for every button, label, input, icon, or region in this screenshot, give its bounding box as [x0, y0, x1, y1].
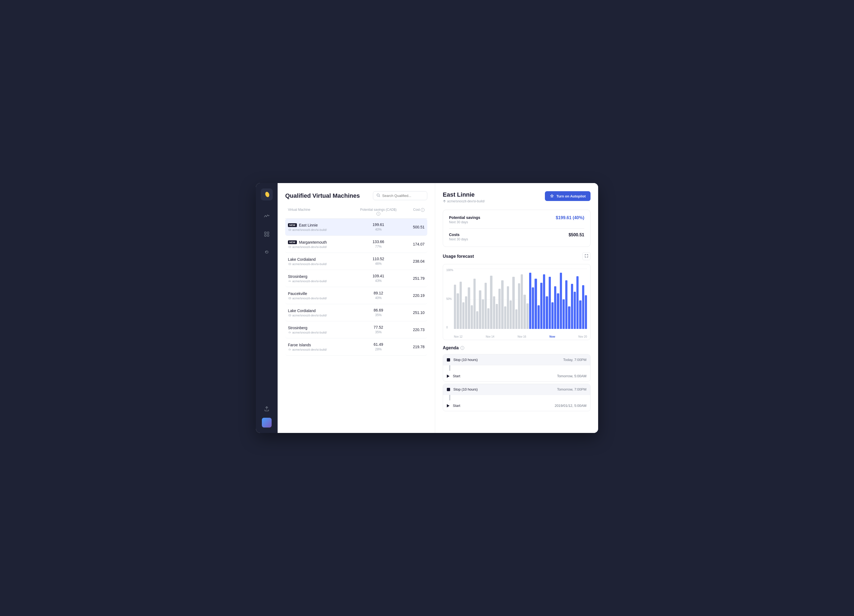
- stop-icon: [447, 388, 450, 391]
- agenda-group: Stop (10 hours) Today, 7:00PM Start Tomo…: [443, 354, 590, 381]
- table-row[interactable]: NEW East Linnie acme/snoozit-dev/si-buil…: [285, 219, 427, 236]
- chart-bar: [529, 273, 531, 329]
- chart-bar: [563, 299, 565, 329]
- infinity-nav-icon[interactable]: [262, 247, 271, 257]
- user-avatar[interactable]: [262, 418, 271, 427]
- x-label-nov20: Nov 20: [578, 335, 587, 338]
- chart-bar: [526, 303, 529, 329]
- chart-bar: [515, 310, 517, 329]
- chart-bar: [538, 305, 540, 329]
- vm-name: East Linnie: [299, 223, 318, 227]
- autopilot-button[interactable]: Turn on Autopilot: [545, 191, 590, 201]
- search-icon: [377, 194, 380, 198]
- agenda-title: Agenda: [443, 346, 459, 351]
- vm-name-cell: Lake Cordialand acme/snoozit-dev/si-buil…: [288, 308, 359, 317]
- expand-chart-button[interactable]: [583, 252, 590, 260]
- table-row[interactable]: Strosinberg acme/snoozit-dev/si-build/ 7…: [285, 321, 427, 338]
- chart-bar: [546, 296, 548, 329]
- agenda-time: Tomorrow, 5:00AM: [557, 374, 586, 378]
- filter-nav-icon[interactable]: [262, 229, 271, 239]
- path-icon: [443, 200, 446, 203]
- new-badge: NEW: [288, 240, 297, 244]
- vm-savings: 61.49 28%: [359, 342, 397, 351]
- vm-name-cell: Strosinberg acme/snoozit-dev/si-build/: [288, 274, 359, 283]
- page-title: Qualified Virtual Machines: [285, 192, 360, 199]
- agenda-action: Start: [453, 404, 551, 408]
- right-panel: East Linnie acme/snoozit-dev/si-build/ T…: [435, 183, 598, 433]
- col-vm: Virtual Machine: [288, 208, 359, 216]
- detail-path-text: acme/snoozit-dev/si-build/: [447, 199, 485, 203]
- vm-name: Strosinberg: [288, 274, 308, 279]
- chart-bar: [465, 296, 467, 329]
- vm-name-cell: NEW East Linnie acme/snoozit-dev/si-buil…: [288, 223, 359, 232]
- agenda-time: Tomorrow, 7:00PM: [557, 387, 586, 391]
- chart-bar: [460, 282, 462, 329]
- chart-bar: [543, 274, 545, 329]
- activity-nav-icon[interactable]: [262, 211, 271, 221]
- chart-bar: [490, 276, 492, 329]
- chart-bar: [479, 290, 481, 329]
- search-box[interactable]: [373, 191, 427, 200]
- vm-cost: 174.07: [397, 242, 425, 246]
- table-row[interactable]: Lake Cordialand acme/snoozit-dev/si-buil…: [285, 304, 427, 321]
- table-header: Virtual Machine Potential savings (CAD$)…: [285, 208, 427, 219]
- costs-value: $500.51: [569, 232, 584, 237]
- cost-info-icon[interactable]: i: [421, 208, 425, 212]
- chart-bar: [535, 279, 537, 329]
- savings-info-icon[interactable]: i: [377, 212, 380, 216]
- chart-bar: [501, 280, 503, 329]
- vm-savings-pct: 40%: [375, 227, 382, 232]
- detail-path: acme/snoozit-dev/si-build/: [443, 199, 485, 203]
- vm-savings-pct: 35%: [375, 330, 382, 334]
- vm-path: acme/snoozit-dev/si-build/: [288, 245, 359, 249]
- vm-savings: 110.52 46%: [359, 257, 397, 266]
- table-row[interactable]: NEW Margaretemouth acme/snoozit-dev/si-b…: [285, 236, 427, 253]
- vm-cost: 220.19: [397, 293, 425, 298]
- usage-chart: 100% 50% 0 Nov 12 Nov 14: [443, 264, 590, 340]
- costs-period: Next 30 days: [449, 237, 468, 241]
- chart-bar: [568, 306, 570, 329]
- vm-cost: 238.04: [397, 259, 425, 264]
- vm-cost: 500.51: [397, 225, 425, 229]
- chart-bar: [582, 285, 584, 329]
- chart-bars: [454, 270, 587, 329]
- table-row[interactable]: Paucekville acme/snoozit-dev/si-build/ 8…: [285, 287, 427, 304]
- chart-bar: [468, 287, 470, 329]
- chart-bar: [462, 302, 465, 329]
- agenda-time: Today, 7:00PM: [563, 358, 586, 362]
- vm-savings: 89.12 40%: [359, 291, 397, 300]
- savings-section: Potential savings Next 30 days $199.61 (…: [443, 210, 590, 247]
- agenda-connector-row: [443, 365, 590, 371]
- upload-nav-icon[interactable]: [262, 404, 271, 413]
- vm-savings-amount: 89.12: [359, 291, 397, 295]
- chart-bar: [549, 277, 551, 329]
- table-row[interactable]: Lake Cordialand acme/snoozit-dev/si-buil…: [285, 253, 427, 270]
- chart-bar: [482, 299, 484, 329]
- vm-name-cell: Faroe Islands acme/snoozit-dev/si-build/: [288, 343, 359, 351]
- chart-bar: [579, 300, 581, 329]
- chart-bar: [557, 293, 559, 329]
- svg-rect-2: [267, 232, 269, 233]
- vm-savings-pct: 77%: [375, 245, 382, 249]
- vm-name: Lake Cordialand: [288, 308, 316, 313]
- agenda-connector-row: [443, 395, 590, 400]
- svg-rect-4: [267, 235, 269, 236]
- svg-point-0: [265, 191, 270, 198]
- search-input[interactable]: [382, 194, 424, 198]
- agenda-info-icon[interactable]: i: [461, 346, 464, 350]
- potential-savings-period: Next 30 days: [449, 220, 480, 224]
- vm-cost: 251.10: [397, 310, 425, 315]
- vm-path: acme/snoozit-dev/si-build/: [288, 279, 359, 283]
- vm-name: Strosinberg: [288, 326, 308, 330]
- chart-bar: [473, 279, 476, 329]
- chart-bar: [540, 283, 543, 329]
- chart-bar: [576, 276, 579, 329]
- logo[interactable]: [261, 189, 273, 200]
- potential-savings-value: $199.61 (40%): [556, 215, 584, 220]
- vm-name: Lake Cordialand: [288, 257, 316, 262]
- chart-bar: [532, 287, 534, 329]
- table-row[interactable]: Faroe Islands acme/snoozit-dev/si-build/…: [285, 338, 427, 355]
- table-row[interactable]: Strosinberg acme/snoozit-dev/si-build/ 1…: [285, 270, 427, 287]
- vm-path: acme/snoozit-dev/si-build/: [288, 262, 359, 265]
- x-label-nov12: Nov 12: [454, 335, 462, 338]
